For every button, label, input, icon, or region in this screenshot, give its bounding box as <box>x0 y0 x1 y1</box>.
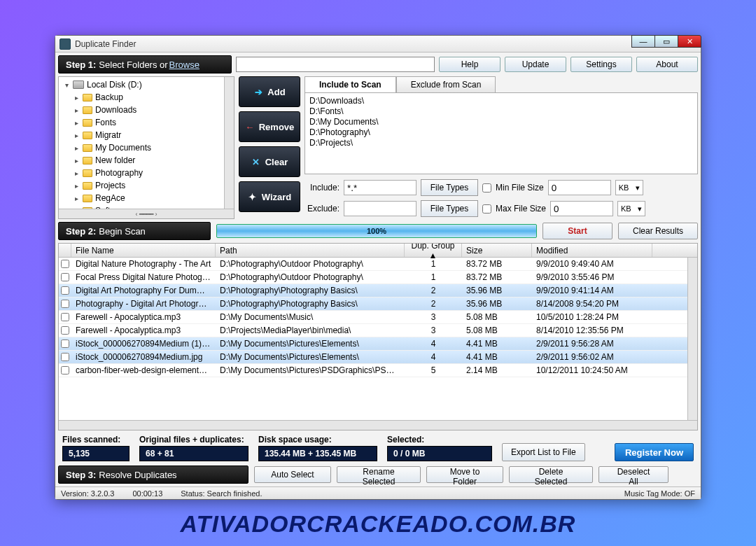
row-checkbox[interactable] <box>61 340 69 348</box>
col-checkbox[interactable] <box>59 244 71 257</box>
include-input[interactable] <box>344 180 416 195</box>
tree-item[interactable]: ▸Downloads <box>60 104 232 116</box>
row-checkbox[interactable] <box>61 313 69 321</box>
clear-results-button[interactable]: Clear Results <box>618 223 698 239</box>
start-button[interactable]: Start <box>542 223 612 239</box>
folder-icon <box>83 106 92 114</box>
table-row[interactable]: iStock_000006270894Medium (1).jpgD:\My D… <box>59 337 697 351</box>
clear-button[interactable]: ✕Clear <box>239 146 300 177</box>
scan-path-item[interactable]: D:\Downloads\ <box>309 96 693 106</box>
min-size-checkbox[interactable] <box>482 183 491 192</box>
results-grid[interactable]: File Name Path Dup. Group ▲ Size Modifie… <box>58 243 698 430</box>
folder-icon <box>83 144 92 152</box>
row-checkbox[interactable] <box>61 300 69 308</box>
step2-header: Step 2:Begin Scan <box>58 222 211 240</box>
table-row[interactable]: Farewell - Apocalyptica.mp3D:\Projects\M… <box>59 324 697 337</box>
table-row[interactable]: Focal Press Digital Nature PhotograpD:\P… <box>59 271 697 284</box>
remove-button[interactable]: ←Remove <box>239 111 300 142</box>
min-size-label: Min File Size <box>496 183 544 192</box>
max-size-checkbox[interactable] <box>482 204 491 214</box>
row-checkbox[interactable] <box>61 260 69 268</box>
scan-path-item[interactable]: D:\Projects\ <box>309 138 693 148</box>
rename-selected-button[interactable]: Rename Selected <box>337 466 421 483</box>
add-button[interactable]: ➔Add <box>239 76 300 107</box>
tree-root[interactable]: ▾Local Disk (D:) <box>60 78 232 91</box>
grid-scrollbar-vertical[interactable] <box>687 258 697 420</box>
col-modified[interactable]: Modified <box>532 244 652 257</box>
folder-path-input[interactable] <box>236 57 435 72</box>
table-row[interactable]: Digital Art Photography For Dummies.D:\P… <box>59 284 697 298</box>
export-list-button[interactable]: Export List to File <box>502 443 585 461</box>
tree-item[interactable]: ▸New folder <box>60 154 232 167</box>
window-title: Duplicate Finder <box>75 39 136 49</box>
row-checkbox[interactable] <box>61 353 69 361</box>
scan-path-item[interactable]: D:\Photography\ <box>309 127 693 138</box>
tree-scrollbar-vertical[interactable] <box>224 77 234 209</box>
delete-selected-button[interactable]: Delete Selected <box>509 466 593 483</box>
stat-disk-value: 135.44 MB + 135.45 MB <box>258 446 377 461</box>
max-size-unit[interactable]: KB▾ <box>617 201 645 216</box>
table-row[interactable]: Photography - Digital Art PhotographyD:\… <box>59 298 697 311</box>
max-size-input[interactable] <box>550 201 613 216</box>
register-button[interactable]: Register Now <box>615 443 694 461</box>
wizard-button[interactable]: ✦Wizard <box>239 181 300 212</box>
include-filetypes-button[interactable]: File Types <box>421 179 478 196</box>
col-size[interactable]: Size <box>462 244 532 257</box>
exclude-label: Exclude: <box>304 204 340 214</box>
x-icon: ✕ <box>251 157 261 167</box>
max-size-label: Max File Size <box>496 204 546 214</box>
settings-button[interactable]: Settings <box>570 57 632 72</box>
tree-item[interactable]: ▸Migratr <box>60 129 232 141</box>
row-checkbox[interactable] <box>61 366 69 374</box>
table-row[interactable]: Farewell - Apocalyptica.mp3D:\My Documen… <box>59 311 697 324</box>
grid-scrollbar-horizontal[interactable] <box>59 420 697 430</box>
tree-item[interactable]: ▸Photography <box>60 167 232 179</box>
stat-scanned-label: Files scanned: <box>62 435 130 444</box>
exclude-filetypes-button[interactable]: File Types <box>421 200 478 217</box>
tree-scrollbar-horizontal[interactable]: ‹ ━━━━ › <box>59 209 234 218</box>
table-row[interactable]: Digital Nature Photography - The ArtD:\P… <box>59 258 697 271</box>
scan-paths-list[interactable]: D:\Downloads\D:\Fonts\D:\My Documents\D:… <box>304 92 698 174</box>
row-checkbox[interactable] <box>61 273 69 281</box>
arrow-right-icon: ➔ <box>253 87 263 97</box>
include-label: Include: <box>304 183 340 192</box>
col-dupgroup[interactable]: Dup. Group ▲ <box>405 244 462 257</box>
tree-item[interactable]: ▸Projects <box>60 179 232 192</box>
status-time: 00:00:13 <box>132 489 162 498</box>
min-size-input[interactable] <box>548 180 611 195</box>
table-row[interactable]: carbon-fiber-web-design-elements (1)D:\M… <box>59 364 697 377</box>
titlebar[interactable]: Duplicate Finder — ▭ ✕ <box>55 36 701 52</box>
about-button[interactable]: About <box>636 57 698 72</box>
col-path[interactable]: Path <box>216 244 405 257</box>
help-button[interactable]: Help <box>439 57 500 72</box>
chevron-down-icon: ▾ <box>636 183 640 192</box>
folder-icon <box>83 169 92 177</box>
row-checkbox[interactable] <box>61 326 69 335</box>
close-button[interactable]: ✕ <box>678 35 701 48</box>
browse-link[interactable]: Browse <box>169 59 200 70</box>
row-checkbox[interactable] <box>61 286 69 295</box>
tab-exclude[interactable]: Exclude from Scan <box>396 76 496 92</box>
tree-item[interactable]: ▸RegAce <box>60 192 232 204</box>
col-filename[interactable]: File Name <box>71 244 216 257</box>
wand-icon: ✦ <box>248 192 258 202</box>
exclude-input[interactable] <box>344 201 416 216</box>
table-row[interactable]: iStock_000006270894Medium.jpgD:\My Docum… <box>59 351 697 364</box>
progress-bar: 100% <box>216 224 537 238</box>
scan-path-item[interactable]: D:\My Documents\ <box>309 117 693 127</box>
folder-tree[interactable]: ▾Local Disk (D:)▸Backup▸Downloads▸Fonts▸… <box>58 76 234 219</box>
minimize-button[interactable]: — <box>631 35 655 48</box>
folder-icon <box>83 157 92 164</box>
scan-path-item[interactable]: D:\Fonts\ <box>309 106 693 117</box>
update-button[interactable]: Update <box>505 57 566 72</box>
watermark-text: ATIVADORCRACKEADO.COM.BR <box>0 510 756 538</box>
tree-item[interactable]: ▸Fonts <box>60 116 232 129</box>
auto-select-button[interactable]: Auto Select <box>254 466 331 483</box>
tree-item[interactable]: ▸My Documents <box>60 141 232 154</box>
maximize-button[interactable]: ▭ <box>654 35 678 48</box>
tab-include[interactable]: Include to Scan <box>304 76 396 92</box>
move-to-folder-button[interactable]: Move to Folder <box>426 466 503 483</box>
min-size-unit[interactable]: KB▾ <box>615 180 643 195</box>
deselect-all-button[interactable]: Deselect All <box>598 466 668 483</box>
tree-item[interactable]: ▸Backup <box>60 91 232 104</box>
